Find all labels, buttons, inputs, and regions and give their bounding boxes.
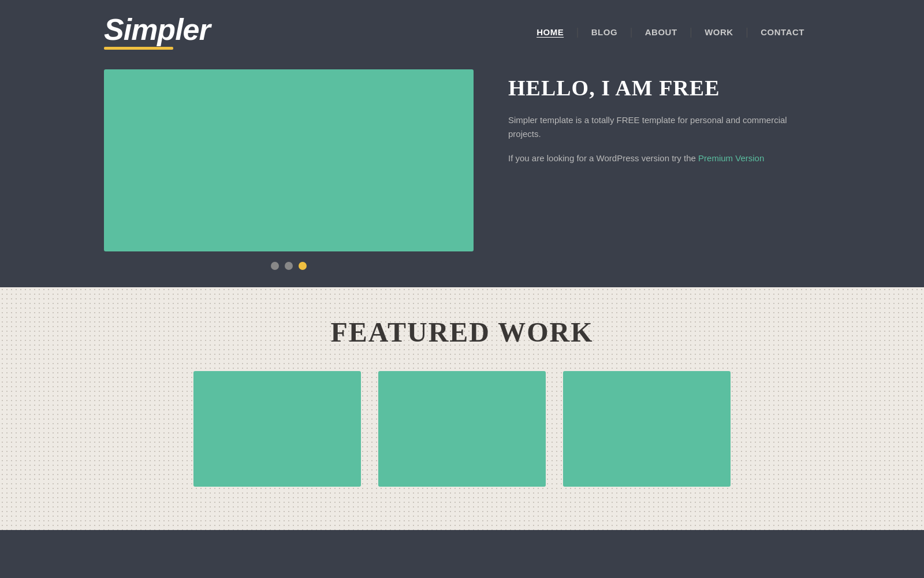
- logo-underline: [104, 47, 173, 50]
- logo-text: Simpler: [104, 14, 210, 45]
- hero-slider: [104, 69, 474, 270]
- header: Simpler HOME | BLOG | ABOUT | WORK | CON…: [0, 0, 924, 64]
- work-card-2[interactable]: [378, 371, 546, 487]
- hero-content: HELLO, I AM FREE Simpler template is a t…: [508, 69, 820, 165]
- work-card-1[interactable]: [193, 371, 361, 487]
- hero-paragraph-1: Simpler template is a totally FREE templ…: [508, 113, 820, 141]
- dot-1[interactable]: [271, 262, 279, 270]
- featured-work-section: FEATURED WORK: [0, 287, 924, 530]
- nav-item-about[interactable]: ABOUT: [632, 27, 690, 37]
- premium-version-link[interactable]: Premium Version: [698, 153, 764, 163]
- logo[interactable]: Simpler: [104, 14, 210, 50]
- hero-paragraph-2-text: If you are looking for a WordPress versi…: [508, 153, 698, 163]
- slider-image: [104, 69, 474, 251]
- dot-3[interactable]: [299, 262, 307, 270]
- hero-paragraph-2: If you are looking for a WordPress versi…: [508, 151, 820, 165]
- nav-item-work[interactable]: WORK: [692, 27, 746, 37]
- hero-title: HELLO, I AM FREE: [508, 75, 820, 101]
- nav-item-home[interactable]: HOME: [524, 27, 576, 37]
- nav-item-blog[interactable]: BLOG: [579, 27, 630, 37]
- work-grid: [107, 371, 817, 487]
- work-card-3[interactable]: [563, 371, 731, 487]
- main-nav: HOME | BLOG | ABOUT | WORK | CONTACT: [524, 26, 817, 38]
- nav-item-contact[interactable]: CONTACT: [748, 27, 817, 37]
- hero-section: HELLO, I AM FREE Simpler template is a t…: [0, 64, 924, 287]
- featured-work-title: FEATURED WORK: [107, 316, 817, 348]
- dot-2[interactable]: [285, 262, 293, 270]
- slider-dots: [271, 262, 307, 270]
